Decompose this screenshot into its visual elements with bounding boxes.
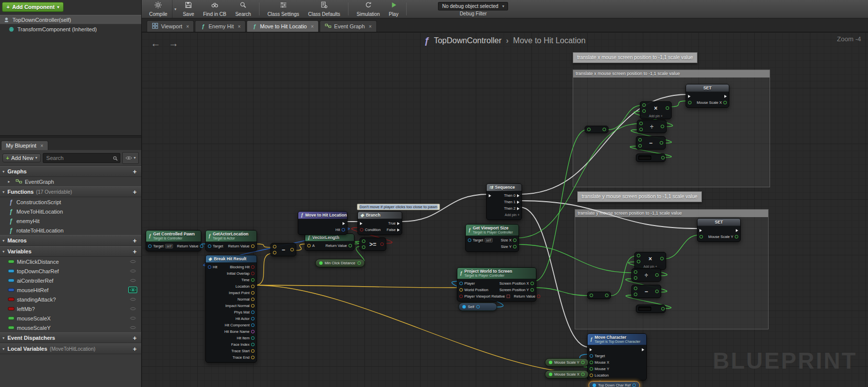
pin[interactable] bbox=[273, 251, 276, 254]
pin[interactable] bbox=[660, 257, 664, 260]
node-self-get[interactable]: Self bbox=[458, 303, 497, 311]
node-subtract-y[interactable]: − bbox=[631, 285, 661, 298]
pin[interactable] bbox=[655, 290, 659, 293]
exec-pin[interactable] bbox=[343, 222, 345, 225]
pin[interactable] bbox=[581, 361, 585, 364]
search-button[interactable]: Search bbox=[231, 0, 256, 18]
section-graphs[interactable]: ▾Graphs+ bbox=[0, 166, 141, 177]
pin[interactable] bbox=[208, 244, 211, 248]
search-input[interactable] bbox=[43, 153, 120, 163]
pin[interactable] bbox=[362, 245, 365, 249]
pin[interactable] bbox=[251, 336, 255, 340]
pin[interactable] bbox=[632, 384, 636, 387]
view-options-button[interactable]: ▾ bbox=[122, 152, 139, 164]
pin[interactable] bbox=[581, 373, 585, 376]
visibility-toggle[interactable] bbox=[128, 324, 137, 331]
add-event-dispatchers-button[interactable]: + bbox=[131, 334, 139, 342]
node-set-mouse-scale-y[interactable]: SETMouse Scale Y bbox=[697, 218, 741, 242]
pin[interactable] bbox=[251, 265, 255, 269]
exec-pin[interactable] bbox=[688, 95, 691, 98]
pin[interactable] bbox=[537, 295, 540, 298]
node-header[interactable]: ◆Branch bbox=[358, 212, 402, 219]
chevron-down-icon[interactable]: ▾ bbox=[172, 0, 178, 18]
pin[interactable] bbox=[251, 291, 255, 295]
node-get-controlled-pawn[interactable]: ƒGet Controlled PawnTarget is Controller… bbox=[146, 230, 201, 251]
pin[interactable] bbox=[634, 287, 637, 290]
pin[interactable] bbox=[661, 156, 665, 159]
simulation-button[interactable]: Simulation bbox=[352, 0, 384, 18]
exec-pin[interactable] bbox=[397, 229, 400, 232]
list-item-aicontrollerref[interactable]: aiControllerRef bbox=[0, 276, 141, 285]
tab-my-blueprint[interactable]: My Blueprint × bbox=[1, 141, 48, 150]
node-header[interactable]: ◈Break Hit Result bbox=[206, 255, 257, 263]
node-literal-y[interactable] bbox=[636, 305, 666, 313]
pin[interactable] bbox=[634, 293, 637, 296]
visibility-toggle[interactable] bbox=[128, 258, 137, 265]
pin[interactable] bbox=[362, 239, 365, 243]
add-macros-button[interactable]: + bbox=[131, 237, 139, 244]
pin[interactable] bbox=[590, 354, 593, 358]
node-break-hit-result[interactable]: ◈Break Hit ResultHitBlocking HitInitial … bbox=[205, 255, 257, 363]
pin[interactable] bbox=[661, 307, 665, 310]
pin[interactable] bbox=[307, 244, 311, 247]
section-event-dispatchers[interactable]: ▾Event Dispatchers+ bbox=[0, 332, 141, 343]
pin[interactable] bbox=[590, 294, 593, 297]
pin[interactable] bbox=[200, 244, 203, 248]
pin[interactable] bbox=[605, 294, 608, 297]
pin[interactable] bbox=[360, 228, 363, 232]
exec-pin[interactable] bbox=[642, 348, 644, 351]
exec-pin[interactable] bbox=[736, 229, 738, 232]
list-item-leftmb[interactable]: leftMb? bbox=[0, 304, 141, 313]
pin[interactable] bbox=[251, 330, 255, 333]
close-icon[interactable]: × bbox=[40, 143, 43, 149]
self-value-box[interactable]: self bbox=[165, 244, 173, 248]
node-header[interactable]: ƒMove CharacterTarget is Top Down Charac… bbox=[588, 334, 646, 345]
list-item-rotatetohitlocation[interactable]: ƒrotateToHitLocation bbox=[0, 226, 141, 235]
pin[interactable] bbox=[637, 254, 640, 257]
node-top-down-char-ref-get[interactable]: Top Down Char Ref bbox=[589, 381, 640, 387]
node-header[interactable]: ƒGet Viewport SizeTarget is Player Contr… bbox=[466, 225, 519, 236]
node-get-actor-location[interactable]: ƒGetActorLocationTarget is ActorTargetRe… bbox=[205, 230, 257, 251]
pin[interactable] bbox=[251, 317, 255, 320]
exec-pin[interactable] bbox=[489, 194, 491, 197]
add-pin-button[interactable]: Add pin + bbox=[640, 114, 671, 119]
tab-enemy-hit[interactable]: ƒEnemy Hit× bbox=[195, 20, 246, 32]
value-input[interactable] bbox=[638, 307, 651, 311]
node-get-viewport-size[interactable]: ƒGet Viewport SizeTarget is Player Contr… bbox=[465, 224, 519, 252]
pin[interactable] bbox=[251, 298, 255, 301]
add-functions-button[interactable]: + bbox=[131, 188, 139, 196]
pin[interactable] bbox=[290, 248, 294, 251]
pin[interactable] bbox=[655, 273, 659, 277]
node-multiply-y[interactable]: ×Add pin + bbox=[634, 252, 666, 270]
node-sequence[interactable]: ⇉SequenceThen 0Then 1Then 2Add pin + bbox=[486, 183, 522, 220]
self-value-box[interactable]: self bbox=[485, 238, 493, 242]
node-header[interactable]: SET bbox=[697, 219, 740, 226]
node-conv-y[interactable] bbox=[587, 292, 611, 299]
node-subtract-x[interactable]: − bbox=[636, 136, 666, 150]
pin[interactable] bbox=[251, 356, 255, 359]
pin[interactable] bbox=[251, 278, 255, 282]
node-move-to-hit-location[interactable]: ƒMove to Hit LocationHit bbox=[298, 211, 347, 235]
graph-canvas[interactable]: BLUEPRINT translate x mouse screen posit… bbox=[142, 32, 868, 387]
pin[interactable] bbox=[251, 244, 255, 248]
pin[interactable] bbox=[590, 374, 593, 377]
close-icon[interactable]: × bbox=[238, 24, 241, 29]
pin[interactable] bbox=[251, 272, 255, 275]
node-header[interactable]: ƒVectorLength bbox=[305, 234, 354, 241]
pin[interactable] bbox=[468, 238, 471, 242]
visibility-toggle[interactable] bbox=[128, 277, 137, 284]
node-header[interactable]: ƒGetActorLocationTarget is Actor bbox=[206, 231, 257, 242]
save-button[interactable]: Save bbox=[178, 0, 199, 18]
visibility-toggle[interactable] bbox=[128, 268, 137, 274]
tab-move-to-hit-locatio[interactable]: ƒMove to Hit Locatio× bbox=[247, 20, 319, 32]
list-item-movetohitlocation[interactable]: ƒMoveToHitLocation bbox=[0, 207, 141, 216]
add-local-variables-button[interactable]: + bbox=[131, 345, 139, 353]
node-project-world-to-screen[interactable]: ƒProject World to ScreenTarget is Player… bbox=[457, 267, 536, 302]
pin[interactable] bbox=[638, 144, 642, 148]
section-local-variables[interactable]: ▾Local Variables(MoveToHitLocation)+ bbox=[0, 343, 141, 354]
add-pin-button[interactable]: Add pin + bbox=[505, 213, 520, 217]
compile-button[interactable]: Compile bbox=[145, 0, 172, 18]
node-branch[interactable]: ◆BranchTrueConditionFalseDon't move if p… bbox=[357, 211, 402, 235]
pin[interactable] bbox=[639, 128, 643, 131]
breadcrumb-root[interactable]: TopDownController bbox=[434, 36, 502, 45]
